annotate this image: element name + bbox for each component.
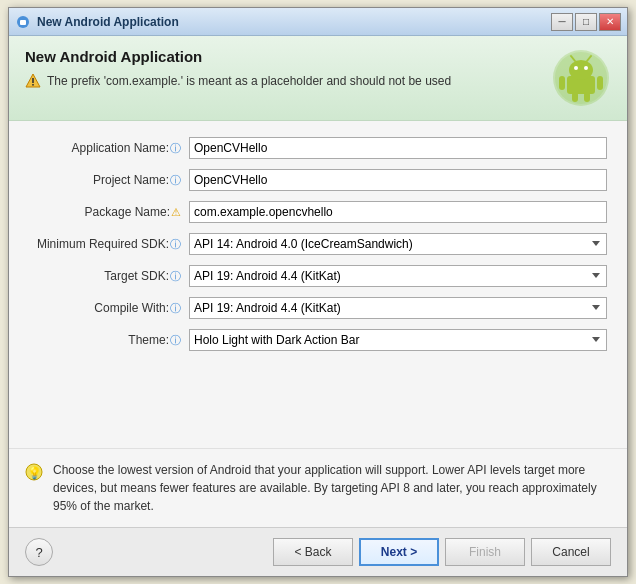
theme-label: Theme:ⓘ: [29, 333, 189, 348]
min-sdk-label: Minimum Required SDK:ⓘ: [29, 237, 189, 252]
target-sdk-info-icon: ⓘ: [170, 270, 181, 282]
svg-rect-13: [559, 76, 565, 90]
project-name-row: Project Name:ⓘ: [29, 169, 607, 191]
svg-rect-16: [584, 92, 590, 102]
main-form: Application Name:ⓘ Project Name:ⓘ Packag…: [9, 121, 627, 448]
svg-text:💡: 💡: [27, 465, 42, 480]
package-name-warn-icon: ⚠: [171, 206, 181, 218]
package-name-label: Package Name:⚠: [29, 205, 189, 219]
compile-with-select[interactable]: API 19: Android 4.4 (KitKat): [189, 297, 607, 319]
finish-button[interactable]: Finish: [445, 538, 525, 566]
svg-rect-3: [32, 78, 34, 83]
min-sdk-info-icon: ⓘ: [170, 238, 181, 250]
close-button[interactable]: ✕: [599, 13, 621, 31]
android-logo: [551, 48, 611, 108]
svg-point-8: [569, 60, 593, 80]
maximize-button[interactable]: □: [575, 13, 597, 31]
compile-with-row: Compile With:ⓘ API 19: Android 4.4 (KitK…: [29, 297, 607, 319]
compile-with-info-icon: ⓘ: [170, 302, 181, 314]
compile-with-label: Compile With:ⓘ: [29, 301, 189, 316]
minimize-button[interactable]: ─: [551, 13, 573, 31]
hint-section: 💡 Choose the lowest version of Android t…: [9, 448, 627, 527]
package-name-row: Package Name:⚠: [29, 201, 607, 223]
project-name-input[interactable]: [189, 169, 607, 191]
project-name-label: Project Name:ⓘ: [29, 173, 189, 188]
target-sdk-row: Target SDK:ⓘ API 19: Android 4.4 (KitKat…: [29, 265, 607, 287]
target-sdk-select[interactable]: API 19: Android 4.4 (KitKat): [189, 265, 607, 287]
button-bar: ? < Back Next > Finish Cancel: [9, 527, 627, 576]
header-section: New Android Application The prefix 'com.…: [9, 36, 627, 121]
warning-icon: [25, 73, 41, 89]
theme-info-icon: ⓘ: [170, 334, 181, 346]
help-button[interactable]: ?: [25, 538, 53, 566]
svg-rect-15: [572, 92, 578, 102]
warning-row: The prefix 'com.example.' is meant as a …: [25, 73, 539, 89]
warning-text: The prefix 'com.example.' is meant as a …: [47, 74, 451, 88]
min-sdk-row: Minimum Required SDK:ⓘ API 14: Android 4…: [29, 233, 607, 255]
min-sdk-select[interactable]: API 14: Android 4.0 (IceCreamSandwich): [189, 233, 607, 255]
app-name-label: Application Name:ⓘ: [29, 141, 189, 156]
dialog-title: New Android Application: [25, 48, 539, 65]
main-window: New Android Application ─ □ ✕ New Androi…: [8, 7, 628, 577]
project-name-info-icon: ⓘ: [170, 174, 181, 186]
svg-point-9: [574, 66, 578, 70]
svg-point-10: [584, 66, 588, 70]
title-bar: New Android Application ─ □ ✕: [9, 8, 627, 36]
svg-rect-1: [20, 20, 26, 25]
title-bar-icon: [15, 14, 31, 30]
app-name-row: Application Name:ⓘ: [29, 137, 607, 159]
header-text-area: New Android Application The prefix 'com.…: [25, 48, 539, 89]
svg-rect-14: [597, 76, 603, 90]
theme-row: Theme:ⓘ Holo Light with Dark Action Bar: [29, 329, 607, 351]
next-button[interactable]: Next >: [359, 538, 439, 566]
svg-rect-4: [32, 84, 34, 86]
content-area: New Android Application The prefix 'com.…: [9, 36, 627, 576]
back-button[interactable]: < Back: [273, 538, 353, 566]
app-name-info-icon: ⓘ: [170, 142, 181, 154]
hint-icon: 💡: [25, 463, 43, 484]
theme-select[interactable]: Holo Light with Dark Action Bar: [189, 329, 607, 351]
package-name-input[interactable]: [189, 201, 607, 223]
cancel-button[interactable]: Cancel: [531, 538, 611, 566]
hint-text: Choose the lowest version of Android tha…: [53, 461, 611, 515]
app-name-input[interactable]: [189, 137, 607, 159]
title-bar-buttons: ─ □ ✕: [551, 13, 621, 31]
target-sdk-label: Target SDK:ⓘ: [29, 269, 189, 284]
title-bar-text: New Android Application: [37, 15, 551, 29]
